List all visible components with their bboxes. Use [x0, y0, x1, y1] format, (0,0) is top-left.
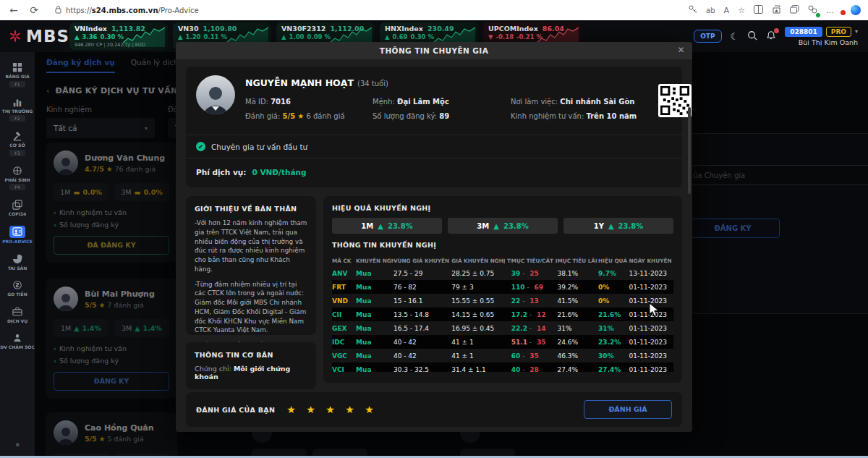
- about-title: GIỚI THIỆU VỀ BẢN THÂN: [195, 205, 307, 213]
- rating-label: ĐÁNH GIÁ CỦA BẠN: [196, 406, 275, 414]
- table-row[interactable]: ANV Mua 27.5 - 29 28.25 ± 0.75 39 - 25 3…: [332, 266, 673, 280]
- sidebar-item-phai-sinh[interactable]: PHÁI SINH F4: [0, 161, 35, 195]
- derivatives-icon: [10, 165, 25, 177]
- close-icon[interactable]: ✕: [678, 45, 685, 55]
- sidebar-item-co-so[interactable]: CƠ SỞ F3: [0, 127, 35, 160]
- field-rating: Đánh giá: 5/5 ★ 6 đánh giá: [245, 112, 354, 120]
- sidebar-item-thi-truong[interactable]: THỊ TRƯỜNG F2: [0, 93, 35, 126]
- money-transfer-icon: [10, 279, 25, 291]
- about-panel: GIỚI THIỆU VỀ BẢN THÂN -Với hơn 12 năm k…: [186, 196, 316, 335]
- translate-icon[interactable]: ab: [706, 7, 715, 14]
- favorite-icon[interactable]: ☆: [738, 6, 745, 15]
- sidebar-item-cham-soc[interactable]: DV CHĂM SÓC: [0, 328, 35, 354]
- modal-scrollbar[interactable]: [688, 107, 691, 194]
- copilot-icon[interactable]: [851, 5, 861, 15]
- price-board-icon: [10, 62, 25, 73]
- table-body: ANV Mua 27.5 - 29 28.25 ± 0.75 39 - 25 3…: [332, 266, 673, 372]
- performance-pill[interactable]: 1Y ▲ 23.8%: [563, 218, 673, 234]
- dark-mode-icon[interactable]: ☾: [731, 31, 739, 42]
- search-icon[interactable]: [747, 30, 757, 43]
- modal-title: THÔNG TIN CHUYÊN GIA: [380, 46, 488, 55]
- rate-button[interactable]: ĐÁNH GIÁ: [584, 400, 672, 419]
- advisor-badge-icon: [9, 226, 25, 238]
- fee-row: Phí dịch vụ: 0 VNĐ/tháng: [186, 158, 682, 187]
- password-icon[interactable]: [688, 4, 697, 16]
- sidebar-collapse-icon[interactable]: «: [14, 442, 22, 446]
- basic-info-panel: THÔNG TIN CƠ BẢN Chứng chỉ: Môi giới chứ…: [186, 342, 316, 389]
- performance-title: HIỆU QUẢ KHUYẾN NGHỊ: [332, 204, 673, 212]
- sidebar-item-tai-san[interactable]: TÀI SẢN: [0, 250, 35, 275]
- fee-label: Phí dịch vụ:: [196, 168, 246, 177]
- recommendations-table: MÃ CK KHUYẾN NGHỊ VÙNG GIÁ KHUYẾN NGHỊ G…: [332, 255, 673, 372]
- account-menu[interactable]: 028801 PRO ▾ Bùi Thị Kim Oanh: [785, 27, 858, 46]
- recommendation-panel: HIỆU QUẢ KHUYẾN NGHỊ 1M ▲ 23.8% 3M: [323, 196, 682, 383]
- sidebar-item-gd-tien[interactable]: GD TIỀN: [0, 276, 35, 301]
- table-row[interactable]: VGC Mua 40 - 42 41 ± 1 60 - 35 46.3% 30%…: [332, 349, 673, 362]
- table-row[interactable]: VND Mua 15 - 16.1 15.55 ± 0.55 22 - 13 4…: [332, 294, 673, 308]
- header-controls: OTP ☾ 028801 PRO ▾ Bùi Thị Kim Oanh: [694, 27, 868, 46]
- account-id-badge: 028801: [785, 27, 822, 37]
- performance-pills: 1M ▲ 23.8% 3M ▲ 23.8%: [332, 218, 673, 234]
- gavel-icon: [10, 130, 25, 142]
- table-row[interactable]: GEX Mua 16.5 - 17.4 16.95 ± 0.45 22.2 - …: [332, 321, 673, 335]
- collections-icon[interactable]: [772, 5, 781, 16]
- expert-avatar: [196, 75, 235, 114]
- otp-button[interactable]: OTP: [694, 30, 721, 43]
- recommendations-title: THÔNG TIN KHUYẾN NGHỊ: [332, 241, 673, 249]
- services-briefcase-icon: [10, 306, 25, 318]
- about-paragraph: -Với hơn 12 năm kinh nghiệm tham gia trê…: [195, 219, 307, 274]
- back-icon[interactable]: ←: [7, 4, 20, 16]
- notification-bell-icon[interactable]: [766, 30, 776, 43]
- table-row[interactable]: IDC Mua 40 - 42 41 ± 1 51.1 - 35 24.6% 2…: [332, 335, 673, 349]
- address-bar[interactable]: https://s24.mbs.com.vn/Pro-Advice: [48, 3, 597, 17]
- ticker-card[interactable]: VNIndex1,113.82 ▲3.360.30 % 946.28tr CP …: [69, 22, 168, 50]
- check-icon: ✔: [196, 142, 205, 151]
- pro-badge: PRO: [826, 27, 851, 37]
- tabs-icon[interactable]: [790, 5, 799, 16]
- chevron-down-icon: ▾: [855, 28, 858, 35]
- customer-care-icon: [10, 332, 25, 344]
- account-name: Bùi Thị Kim Oanh: [799, 38, 858, 46]
- sparkline-chart: [123, 25, 165, 47]
- rating-bar: ĐÁNH GIÁ CỦA BẠN ★ ★ ★ ★ ★ ĐÁNH GIÁ: [186, 392, 682, 427]
- url-text: https://s24.mbs.com.vn/Pro-Advice: [66, 7, 199, 14]
- sidebar-item-copi24[interactable]: COPI24: [0, 195, 35, 221]
- mbs-logo[interactable]: MBS: [0, 27, 69, 46]
- table-row[interactable]: FRT Mua 76 - 82 79 ± 3 110 - 69 39.2% 0%…: [332, 280, 673, 294]
- assets-pie-icon: [10, 253, 25, 265]
- profile-panel: NGUYỄN MẠNH HOẠT (34 tuổi) Mã ID: 7016 Đ…: [186, 67, 682, 187]
- browser-essentials-icon[interactable]: [808, 5, 817, 16]
- read-aloud-icon[interactable]: A: [724, 6, 730, 15]
- modal-title-bar: THÔNG TIN CHUYÊN GIA ✕: [176, 42, 692, 59]
- notification-badge: [774, 28, 779, 33]
- market-chart-icon: [10, 96, 25, 108]
- about-paragraph: -Từng đảm nhiệm nhiều vị trí tại các CTC…: [195, 280, 307, 336]
- expert-name: NGUYỄN MẠNH HOẠT: [245, 77, 354, 88]
- verified-row: ✔ Chuyên gia tư vấn đầu tư: [186, 135, 682, 158]
- split-screen-icon[interactable]: [754, 5, 763, 16]
- table-row[interactable]: CII Mua 13.5 - 14.8 14.15 ± 0.65 17.2 - …: [332, 308, 673, 321]
- mouse-cursor: [649, 302, 660, 321]
- field-id: Mã ID: 7016: [245, 98, 354, 106]
- zalo-qr-block: https://zalo.me/g/otmiqm817: [658, 75, 692, 126]
- certificate-line: Chứng chỉ: Môi giới chứng khoán: [195, 365, 307, 381]
- more-menu-icon[interactable]: …: [826, 6, 834, 15]
- performance-pill[interactable]: 1M ▲ 23.8%: [332, 218, 442, 234]
- sidebar-nav: BẢNG GIÁ F1 THỊ TRƯỜNG F2 CƠ SỞ F3 PHÁI …: [0, 52, 35, 456]
- table-row[interactable]: VCI Mua 30.3 - 32.5 31.4 ± 1.1 40 - 28 2…: [332, 362, 673, 372]
- sidebar-item-pro-advice[interactable]: PRO-ADVICE: [0, 222, 35, 248]
- sidebar-item-bang-gia[interactable]: BẢNG GIÁ F1: [0, 58, 35, 91]
- basic-info-title: THÔNG TIN CƠ BẢN: [195, 351, 307, 359]
- field-menh: Mệnh: Đại Lâm Mộc: [373, 98, 492, 106]
- expert-age: (34 tuổi): [357, 80, 388, 88]
- sidebar-item-dich-vu[interactable]: DỊCH VỤ: [0, 302, 35, 328]
- lock-icon: [55, 6, 61, 15]
- qr-code: [658, 84, 692, 117]
- refresh-icon[interactable]: ⟳: [27, 4, 41, 16]
- rating-stars[interactable]: ★ ★ ★ ★ ★: [286, 404, 378, 415]
- field-experience: Kinh nghiệm tư vấn: Trên 10 năm: [511, 112, 648, 120]
- field-workplace: Nơi làm việc: Chi nhánh Sài Gòn: [511, 98, 648, 106]
- browser-toolbar: ← ⟳ https://s24.mbs.com.vn/Pro-Advice ab…: [0, 0, 868, 20]
- performance-pill[interactable]: 3M ▲ 23.8%: [448, 218, 558, 234]
- verified-label: Chuyên gia tư vấn đầu tư: [211, 143, 307, 151]
